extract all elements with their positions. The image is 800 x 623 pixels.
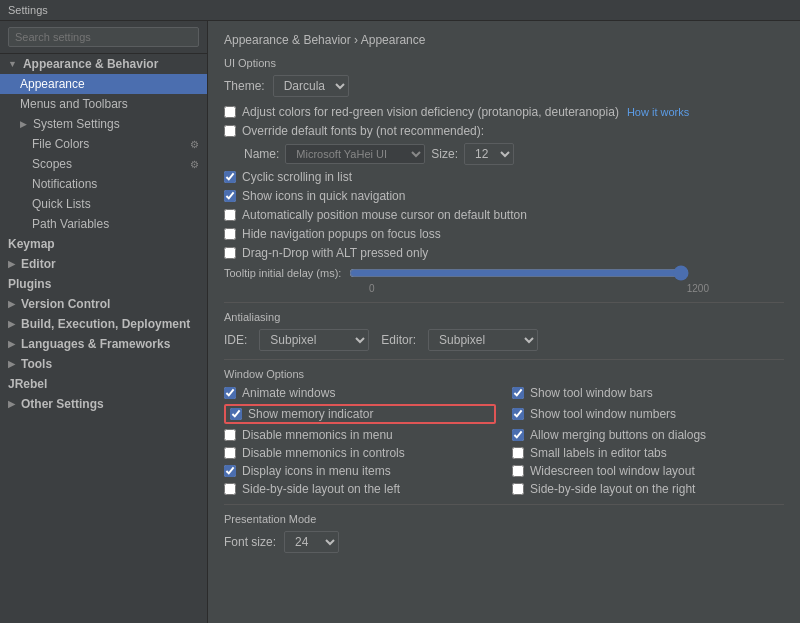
disable-mnemonics-menu-label[interactable]: Disable mnemonics in menu xyxy=(224,428,496,442)
sidebar-item-other-settings[interactable]: ▶ Other Settings xyxy=(0,394,207,414)
widescreen-layout-label[interactable]: Widescreen tool window layout xyxy=(512,464,784,478)
small-labels-label[interactable]: Small labels in editor tabs xyxy=(512,446,784,460)
override-fonts-label[interactable]: Override default fonts by (not recommend… xyxy=(224,124,484,138)
main-content: Appearance & Behavior › Appearance UI Op… xyxy=(208,21,800,623)
font-name-select[interactable]: Microsoft YaHei UI xyxy=(285,144,425,164)
sidebar-item-label: System Settings xyxy=(33,117,120,131)
drag-drop-checkbox[interactable] xyxy=(224,247,236,259)
override-fonts-checkbox[interactable] xyxy=(224,125,236,137)
sidebar-item-label: Quick Lists xyxy=(32,197,91,211)
sidebar-item-label: Build, Execution, Deployment xyxy=(21,317,190,331)
allow-merging-buttons-checkbox[interactable] xyxy=(512,429,524,441)
font-size-select[interactable]: 12 xyxy=(464,143,514,165)
sidebar-item-plugins[interactable]: Plugins xyxy=(0,274,207,294)
auto-position-label[interactable]: Automatically position mouse cursor on d… xyxy=(224,208,527,222)
antialiasing-row: IDE: Subpixel Editor: Subpixel xyxy=(224,329,784,351)
title-label: Settings xyxy=(8,4,48,16)
ide-antialias-select[interactable]: Subpixel xyxy=(259,329,369,351)
window-options-label: Window Options xyxy=(224,368,784,380)
sidebar-item-label: Menus and Toolbars xyxy=(20,97,128,111)
show-tool-window-bars-label[interactable]: Show tool window bars xyxy=(512,386,784,400)
search-input[interactable] xyxy=(8,27,199,47)
display-icons-menu-checkbox[interactable] xyxy=(224,465,236,477)
sidebar-item-label: Other Settings xyxy=(21,397,104,411)
sidebar-item-build-execution[interactable]: ▶ Build, Execution, Deployment xyxy=(0,314,207,334)
expand-arrow-icon: ▶ xyxy=(8,299,15,309)
show-tool-window-bars-checkbox[interactable] xyxy=(512,387,524,399)
theme-row: Theme: Darcula xyxy=(224,75,784,97)
cyclic-scrolling-label[interactable]: Cyclic scrolling in list xyxy=(224,170,352,184)
auto-position-row: Automatically position mouse cursor on d… xyxy=(224,208,784,222)
sidebar-item-quick-lists[interactable]: Quick Lists xyxy=(0,194,207,214)
sidebar-item-editor[interactable]: ▶ Editor xyxy=(0,254,207,274)
sidebar-item-label: Appearance & Behavior xyxy=(23,57,158,71)
show-tool-window-numbers-checkbox[interactable] xyxy=(512,408,524,420)
theme-select[interactable]: Darcula xyxy=(273,75,349,97)
editor-antialias-select[interactable]: Subpixel xyxy=(428,329,538,351)
sidebar-item-system-settings[interactable]: ▶ System Settings xyxy=(0,114,207,134)
disable-mnemonics-controls-checkbox[interactable] xyxy=(224,447,236,459)
sidebar-item-languages-frameworks[interactable]: ▶ Languages & Frameworks xyxy=(0,334,207,354)
expand-arrow-icon: ▶ xyxy=(20,119,27,129)
sidebar-item-jrebel[interactable]: JRebel xyxy=(0,374,207,394)
tooltip-delay-row: Tooltip initial delay (ms): xyxy=(224,265,784,281)
animate-windows-checkbox[interactable] xyxy=(224,387,236,399)
show-memory-checkbox[interactable] xyxy=(230,408,242,420)
small-labels-checkbox[interactable] xyxy=(512,447,524,459)
sidebar-item-menus-toolbars[interactable]: Menus and Toolbars xyxy=(0,94,207,114)
adjust-colors-label[interactable]: Adjust colors for red-green vision defic… xyxy=(224,105,619,119)
hide-navigation-checkbox[interactable] xyxy=(224,228,236,240)
show-icons-checkbox[interactable] xyxy=(224,190,236,202)
sidebar-item-version-control[interactable]: ▶ Version Control xyxy=(0,294,207,314)
sidebar-item-path-variables[interactable]: Path Variables xyxy=(0,214,207,234)
drag-drop-label[interactable]: Drag-n-Drop with ALT pressed only xyxy=(224,246,428,260)
sidebar-item-scopes[interactable]: Scopes ⚙ xyxy=(0,154,207,174)
hide-navigation-label[interactable]: Hide navigation popups on focus loss xyxy=(224,227,441,241)
auto-position-checkbox[interactable] xyxy=(224,209,236,221)
theme-label: Theme: xyxy=(224,79,265,93)
sidebar-item-label: Scopes xyxy=(32,157,72,171)
show-icons-label[interactable]: Show icons in quick navigation xyxy=(224,189,405,203)
sidebar-item-notifications[interactable]: Notifications xyxy=(0,174,207,194)
adjust-colors-checkbox[interactable] xyxy=(224,106,236,118)
tooltip-delay-slider[interactable] xyxy=(349,265,689,281)
display-icons-menu-label[interactable]: Display icons in menu items xyxy=(224,464,496,478)
sidebar-item-tools[interactable]: ▶ Tools xyxy=(0,354,207,374)
allow-merging-buttons-label[interactable]: Allow merging buttons on dialogs xyxy=(512,428,784,442)
animate-windows-label[interactable]: Animate windows xyxy=(224,386,496,400)
sidebar-item-file-colors[interactable]: File Colors ⚙ xyxy=(0,134,207,154)
expand-arrow-icon: ▶ xyxy=(8,259,15,269)
show-memory-label[interactable]: Show memory indicator xyxy=(230,407,373,421)
side-by-side-left-label[interactable]: Side-by-side layout on the left xyxy=(224,482,496,496)
how-it-works-link[interactable]: How it works xyxy=(627,106,689,118)
slider-min-label: 0 xyxy=(369,283,375,294)
slider-tick-labels: 0 1200 xyxy=(369,283,709,294)
sidebar: ▼ Appearance & Behavior Appearance Menus… xyxy=(0,21,208,623)
side-by-side-left-checkbox[interactable] xyxy=(224,483,236,495)
name-label: Name: xyxy=(244,147,279,161)
sidebar-item-label: Version Control xyxy=(21,297,110,311)
show-icons-row: Show icons in quick navigation xyxy=(224,189,784,203)
presentation-font-size-select[interactable]: 24 xyxy=(284,531,339,553)
sidebar-item-appearance[interactable]: Appearance xyxy=(0,74,207,94)
window-options-grid: Animate windows Show tool window bars Sh… xyxy=(224,386,784,496)
font-size-row: Font size: 24 xyxy=(224,531,784,553)
cyclic-scrolling-checkbox[interactable] xyxy=(224,171,236,183)
show-tool-window-numbers-label[interactable]: Show tool window numbers xyxy=(512,404,784,424)
scopes-icon: ⚙ xyxy=(190,159,199,170)
side-by-side-right-label[interactable]: Side-by-side layout on the right xyxy=(512,482,784,496)
font-size-label: Font size: xyxy=(224,535,276,549)
disable-mnemonics-menu-checkbox[interactable] xyxy=(224,429,236,441)
tooltip-delay-label: Tooltip initial delay (ms): xyxy=(224,267,341,279)
widescreen-layout-checkbox[interactable] xyxy=(512,465,524,477)
sidebar-item-keymap[interactable]: Keymap xyxy=(0,234,207,254)
size-label: Size: xyxy=(431,147,458,161)
editor-antialias-label: Editor: xyxy=(381,333,416,347)
breadcrumb: Appearance & Behavior › Appearance xyxy=(224,33,784,47)
override-fonts-row: Override default fonts by (not recommend… xyxy=(224,124,784,138)
side-by-side-right-checkbox[interactable] xyxy=(512,483,524,495)
sidebar-item-label: File Colors xyxy=(32,137,89,151)
disable-mnemonics-controls-label[interactable]: Disable mnemonics in controls xyxy=(224,446,496,460)
sidebar-item-appearance-behavior[interactable]: ▼ Appearance & Behavior xyxy=(0,54,207,74)
divider-1 xyxy=(224,302,784,303)
